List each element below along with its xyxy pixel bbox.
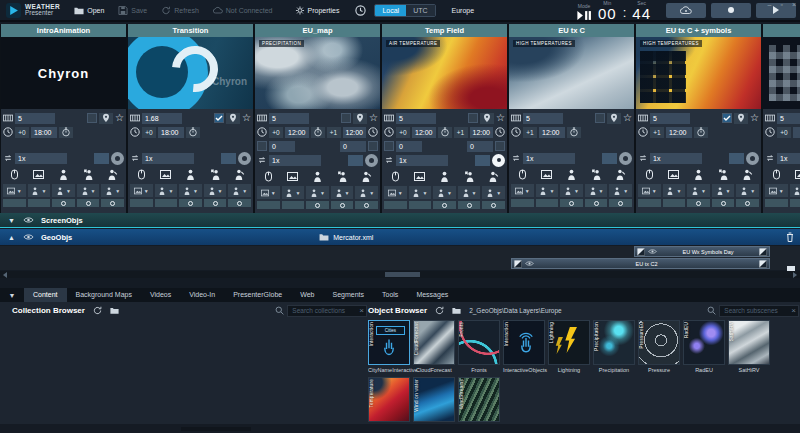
- presenter-dropdown[interactable]: ▼: [204, 184, 227, 197]
- presenter-edit-icon[interactable]: [107, 169, 118, 180]
- color-swatch[interactable]: [94, 153, 109, 164]
- scene-title[interactable]: Temp Field: [382, 24, 507, 37]
- tab-tools[interactable]: Tools: [373, 288, 407, 302]
- presenter-dropdown[interactable]: ▼: [536, 184, 559, 197]
- scene-checkbox[interactable]: [468, 113, 478, 123]
- tab-segments[interactable]: Segments: [324, 288, 374, 302]
- small-checkbox[interactable]: [368, 141, 378, 151]
- object-item[interactable]: InteractionInteractiveObjects: [503, 320, 545, 373]
- presenter-dropdown[interactable]: ▼: [482, 186, 505, 199]
- geoobjs-row[interactable]: ▲ GeoObjs Mercator.xml: [0, 229, 800, 245]
- stopwatch-button[interactable]: [694, 127, 708, 138]
- record-toggle-button[interactable]: [238, 152, 251, 165]
- presenter-edit-icon[interactable]: [615, 169, 626, 180]
- image-dropdown[interactable]: ▼: [511, 184, 534, 197]
- presenter-move-icon[interactable]: [591, 169, 602, 180]
- time-offset-button[interactable]: +0: [15, 127, 29, 138]
- tab-messages[interactable]: Messages: [407, 288, 457, 302]
- status-cell[interactable]: [409, 201, 432, 209]
- favorite-star-icon[interactable]: ☆: [115, 113, 124, 123]
- color-swatch[interactable]: [602, 153, 617, 164]
- play-pause-icon[interactable]: [576, 10, 592, 21]
- duration-field[interactable]: 5: [650, 113, 690, 124]
- object-item[interactable]: PressureEuPressure: [638, 320, 680, 373]
- status-cell[interactable]: [306, 201, 329, 209]
- status-cell[interactable]: [130, 199, 153, 207]
- scene-checkbox[interactable]: [341, 113, 351, 123]
- image-dropdown[interactable]: ▼: [765, 184, 788, 197]
- duration-field[interactable]: 5: [15, 113, 55, 124]
- image-dropdown[interactable]: ▼: [257, 186, 280, 199]
- presenter-dropdown[interactable]: ▼: [712, 184, 735, 197]
- time-offset-button[interactable]: +1: [454, 127, 468, 138]
- presenter-edit-icon[interactable]: [488, 171, 499, 182]
- time-field[interactable]: 18:00: [31, 127, 57, 138]
- duration-field[interactable]: 5: [523, 113, 563, 124]
- presenter-dropdown[interactable]: ▼: [52, 184, 75, 197]
- record-toggle-button[interactable]: [619, 152, 632, 165]
- horizontal-scrollbar-thumb[interactable]: [385, 272, 420, 277]
- object-item[interactable]: TemperatureTemp Field: [368, 377, 410, 424]
- status-cell[interactable]: [765, 199, 788, 207]
- presenter-move-icon[interactable]: [464, 171, 475, 182]
- scroll-right-arrow-icon[interactable]: [793, 272, 797, 278]
- object-thumbnail[interactable]: RadEU: [683, 320, 725, 365]
- object-item[interactable]: Wind on waterWindDirMeter: [413, 377, 455, 424]
- stopwatch-button[interactable]: [438, 127, 452, 138]
- loop-count-field[interactable]: 1x: [269, 155, 321, 166]
- object-item[interactable]: CloudForecastCloudForecast: [413, 320, 455, 373]
- presenter-dropdown[interactable]: ▼: [355, 186, 378, 199]
- clear-search-icon[interactable]: ×: [791, 307, 796, 315]
- object-item[interactable]: RadEURadEU: [683, 320, 725, 373]
- presenter-move-icon[interactable]: [337, 171, 348, 182]
- time-mode-button[interactable]: [355, 5, 366, 16]
- tab-background-maps[interactable]: Background Maps: [67, 288, 141, 302]
- object-item[interactable]: SatHiRVSatHiRV: [728, 320, 770, 373]
- status-cell[interactable]: [536, 199, 559, 207]
- small-checkbox[interactable]: [384, 141, 394, 151]
- mouse-icon[interactable]: [136, 169, 147, 180]
- stopwatch-button[interactable]: [186, 127, 200, 138]
- object-thumbnail[interactable]: Lightning: [548, 320, 590, 365]
- scene-thumbnail[interactable]: HIGH TEMPERATURES: [636, 37, 761, 109]
- presenter-icon[interactable]: [58, 169, 69, 180]
- object-item[interactable]: LightningLightning: [548, 320, 590, 373]
- save-button[interactable]: Save: [118, 6, 147, 15]
- presenter-icon[interactable]: [566, 169, 577, 180]
- zero-field[interactable]: 0: [467, 141, 493, 152]
- color-swatch[interactable]: [729, 153, 744, 164]
- open-button[interactable]: Open: [74, 6, 104, 15]
- time-field[interactable]: 12:00: [412, 127, 436, 138]
- scene-title[interactable]: IntroAnimation: [1, 24, 126, 37]
- status-cell[interactable]: [331, 201, 354, 209]
- scene-thumbnail[interactable]: [763, 37, 800, 109]
- color-swatch[interactable]: [348, 155, 363, 166]
- duration-field[interactable]: 5: [269, 113, 309, 124]
- loop-count-field[interactable]: 1x: [15, 153, 67, 164]
- geoobjs-file[interactable]: Mercator.xml: [319, 233, 373, 241]
- scene-title[interactable]: EU tx C: [509, 24, 634, 37]
- mouse-icon[interactable]: [517, 169, 528, 180]
- utc-toggle-button[interactable]: UTC: [406, 5, 434, 16]
- time-offset-button[interactable]: +1: [523, 127, 537, 138]
- local-toggle-button[interactable]: Local: [375, 5, 406, 16]
- duration-field[interactable]: 5: [396, 113, 436, 124]
- minimize-button[interactable]: –: [768, 1, 772, 8]
- scene-panel[interactable]: EU_mapPRECIPITATION5☆+012:00+112:00001x▼…: [255, 24, 380, 213]
- geo-pin-button[interactable]: [734, 113, 748, 124]
- scene-panel[interactable]: EU tx C + symbolsHIGH TEMPERATURES5☆+112…: [636, 24, 761, 213]
- image-dropdown[interactable]: ▼: [3, 184, 26, 197]
- image-icon[interactable]: [160, 169, 171, 180]
- presenter-icon[interactable]: [439, 171, 450, 182]
- image-dropdown[interactable]: ▼: [638, 184, 661, 197]
- scene-checkbox[interactable]: [595, 113, 605, 123]
- time-offset-button[interactable]: +0: [777, 127, 791, 138]
- object-thumbnail[interactable]: WindStreams: [458, 377, 500, 422]
- scene-title[interactable]: Transition: [128, 24, 253, 37]
- geo-pin-button[interactable]: [607, 113, 621, 124]
- eye-icon[interactable]: [648, 248, 657, 255]
- eye-icon[interactable]: [23, 233, 34, 241]
- screenobjs-row[interactable]: ▼ ScreenObjs: [0, 213, 800, 228]
- small-checkbox[interactable]: [495, 141, 505, 151]
- status-cell[interactable]: [282, 201, 305, 209]
